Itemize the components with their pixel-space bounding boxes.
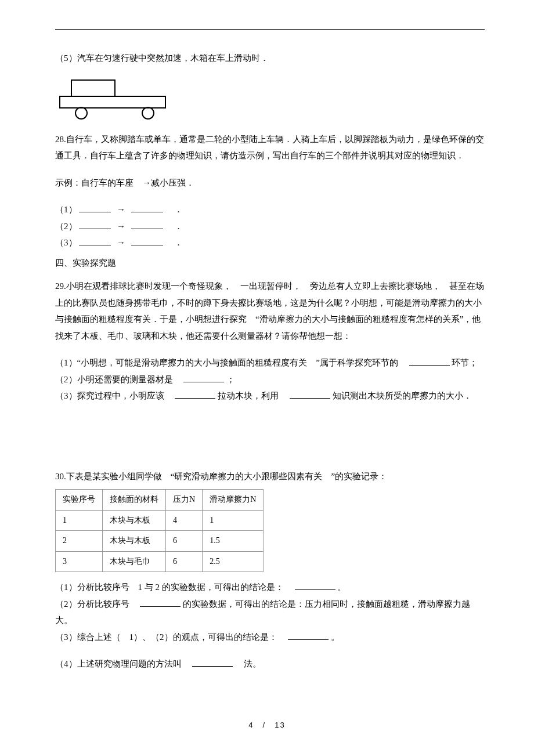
fill-blank[interactable] bbox=[140, 598, 181, 607]
q28-item-3: （3） → ． bbox=[55, 234, 485, 251]
dot: ． bbox=[165, 238, 183, 247]
fill-blank[interactable] bbox=[409, 356, 450, 366]
spacer bbox=[55, 645, 485, 656]
q28-item-2: （2） → ． bbox=[55, 218, 485, 235]
text: （4）上述研究物理问题的方法叫 bbox=[55, 659, 190, 668]
cell: 6 bbox=[166, 531, 203, 552]
text: 法。 bbox=[235, 659, 261, 668]
q29-p1: （1）“小明想，可能是滑动摩擦力的大小与接触面的粗糙程度有关 ”属于科学探究环节… bbox=[55, 355, 485, 371]
dot: ． bbox=[165, 205, 183, 214]
q29-p3: （3）探究过程中，小明应该 拉动木块，利用 知识测出木块所受的摩擦力的大小． bbox=[55, 388, 485, 404]
fill-blank[interactable] bbox=[79, 220, 111, 229]
cell: 2 bbox=[56, 531, 103, 552]
table-row: 1 木块与木板 4 1 bbox=[56, 510, 264, 531]
fill-blank[interactable] bbox=[295, 581, 335, 590]
fill-blank[interactable] bbox=[183, 373, 224, 382]
svg-point-2 bbox=[75, 107, 87, 119]
th-friction: 滑动摩擦力N bbox=[203, 490, 264, 511]
fill-blank[interactable] bbox=[131, 203, 163, 212]
top-rule bbox=[55, 29, 485, 30]
q30-intro: 30.下表是某实验小组同学做 “研究滑动摩擦力的大小跟哪些因素有关 ”的实验记录… bbox=[55, 468, 485, 485]
arrow-icon: → bbox=[117, 238, 125, 247]
cell: 1 bbox=[56, 510, 103, 531]
th-material: 接触面的材料 bbox=[103, 490, 166, 511]
text: 。 bbox=[337, 583, 346, 592]
experiment-table: 实验序号 接触面的材料 压力N 滑动摩擦力N 1 木块与木板 4 1 2 木块与… bbox=[55, 489, 264, 572]
fill-blank[interactable] bbox=[175, 389, 215, 399]
truck-figure bbox=[55, 77, 485, 121]
q28-item-1: （1） → ． bbox=[55, 201, 485, 218]
dot: ． bbox=[165, 222, 183, 231]
blank-space bbox=[55, 404, 485, 468]
fill-blank[interactable] bbox=[79, 236, 111, 245]
fill-blank[interactable] bbox=[79, 203, 111, 212]
page-number: 4 / 13 bbox=[0, 718, 534, 733]
cell: 木块与毛巾 bbox=[103, 551, 166, 572]
item-label: （1） bbox=[55, 205, 77, 214]
table-header-row: 实验序号 接触面的材料 压力N 滑动摩擦力N bbox=[56, 490, 264, 511]
q30-p1: （1）分析比较序号 1 与 2 的实验数据，可得出的结论是： 。 bbox=[55, 579, 485, 596]
text: （1）分析比较序号 1 与 2 的实验数据，可得出的结论是： bbox=[55, 583, 293, 592]
q30-p2: （2）分析比较序号 的实验数据，可得出的结论是：压力相同时，接触面越粗糙，滑动摩… bbox=[55, 596, 485, 629]
text: （1）“小明想，可能是滑动摩擦力的大小与接触面的粗糙程度有关 ”属于科学探究环节… bbox=[55, 358, 407, 367]
text: （3）探究过程中，小明应该 bbox=[55, 391, 173, 400]
item-label: （3） bbox=[55, 238, 77, 247]
arrow-icon: → bbox=[117, 205, 125, 214]
text: 。 bbox=[331, 632, 340, 642]
q30-p4: （4）上述研究物理问题的方法叫 法。 bbox=[55, 656, 485, 672]
table-row: 2 木块与木板 6 1.5 bbox=[56, 531, 264, 552]
cell: 6 bbox=[166, 551, 203, 572]
svg-point-3 bbox=[142, 107, 154, 119]
q28-example: 示例：自行车的车座 →减小压强． bbox=[55, 175, 485, 191]
fill-blank[interactable] bbox=[131, 236, 163, 245]
fill-blank[interactable] bbox=[290, 389, 330, 399]
section-4-title: 四、实验探究题 bbox=[55, 255, 485, 272]
cell: 2.5 bbox=[203, 551, 264, 572]
fill-blank[interactable] bbox=[288, 631, 329, 640]
q29-body: 29.小明在观看排球比赛时发现一个奇怪现象， 一出现暂停时， 旁边总有人立即上去… bbox=[55, 278, 485, 344]
arrow-icon: → bbox=[117, 222, 125, 231]
cell: 4 bbox=[166, 510, 203, 531]
svg-rect-1 bbox=[60, 96, 165, 108]
text: （2）小明还需要的测量器材是 bbox=[55, 375, 182, 384]
text: 知识测出木块所受的摩擦力的大小． bbox=[333, 391, 472, 400]
fill-blank[interactable] bbox=[131, 220, 163, 229]
th-force: 压力N bbox=[166, 490, 203, 511]
text: （2）分析比较序号 bbox=[55, 599, 138, 609]
q28-intro: 28.自行车，又称脚踏车或单车，通常是二轮的小型陆上车辆．人骑上车后，以脚踩踏板… bbox=[55, 131, 485, 164]
q30-p3: （3）综合上述（ 1）、（2）的观点，可得出的结论是： 。 bbox=[55, 629, 485, 646]
q27-5-text: （5）汽车在匀速行驶中突然加速，木箱在车上滑动时． bbox=[55, 50, 485, 67]
cell: 木块与木板 bbox=[103, 531, 166, 552]
fill-blank[interactable] bbox=[192, 657, 233, 667]
text: 拉动木块，利用 bbox=[218, 391, 287, 400]
cell: 木块与木板 bbox=[103, 510, 166, 531]
cell: 1.5 bbox=[203, 531, 264, 552]
item-label: （2） bbox=[55, 222, 77, 231]
cell: 1 bbox=[203, 510, 264, 531]
th-index: 实验序号 bbox=[56, 490, 103, 511]
table-row: 3 木块与毛巾 6 2.5 bbox=[56, 551, 264, 572]
cell: 3 bbox=[56, 551, 103, 572]
q29-p2: （2）小明还需要的测量器材是 ； bbox=[55, 371, 485, 388]
svg-rect-0 bbox=[71, 80, 115, 96]
text: （3）综合上述（ 1）、（2）的观点，可得出的结论是： bbox=[55, 632, 286, 642]
text: ； bbox=[226, 375, 235, 384]
text: 环节； bbox=[452, 358, 478, 367]
